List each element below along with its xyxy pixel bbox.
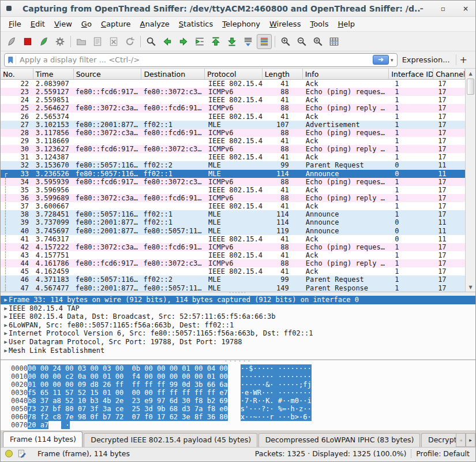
zoom-out-icon[interactable] <box>294 34 309 49</box>
column-header-info[interactable]: Info <box>303 69 389 79</box>
packet-row[interactable]: 313.124387IEEE 802.15.441Ack117 <box>1 153 465 161</box>
minimize-button[interactable]: – <box>420 5 423 12</box>
hex-row[interactable]: 0030f5 65 11 57 52 15 01 00 00 00 ff ff … <box>1 389 475 397</box>
packet-row[interactable]: 363.599689fe80::3072:c3a…fe80::fcd6:91…I… <box>1 194 465 202</box>
expression-button[interactable]: Expression... <box>402 55 450 64</box>
menu-item-file[interactable]: File <box>4 18 26 30</box>
detail-row[interactable]: ▶6LoWPAN, Src: fe80::5057:1165:f56a:663b… <box>1 321 475 330</box>
packet-row[interactable]: 252.564627fe80::3072:c3a…fe80::fcd6:91…I… <box>1 104 465 112</box>
hex-row[interactable]: 007020 a7 · <box>1 421 475 429</box>
column-header-destination[interactable]: Destination <box>141 69 205 79</box>
packet-row[interactable]: 222.083907IEEE 802.15.441Ack117 <box>1 80 465 88</box>
detail-row[interactable]: ▶Mesh Link Establishment <box>1 346 475 355</box>
packet-row[interactable]: 434.157751IEEE 802.15.441Ack117┆ <box>1 251 465 259</box>
add-filter-button[interactable]: + <box>456 54 471 65</box>
hex-row[interactable]: 0040b8 37 a8 52 10 b3 4b 2e 23 e9 97 6d … <box>1 397 475 405</box>
byte-view-tab[interactable]: Decrypted IEEE 802.15.4 payload (45 byte… <box>84 433 257 447</box>
scrollbar-up-icon[interactable]: ▲ <box>466 69 475 78</box>
expander-icon[interactable]: ▶ <box>1 304 9 313</box>
last-packet-icon[interactable] <box>224 34 239 49</box>
menu-item-go[interactable]: Go <box>77 18 96 30</box>
packet-row[interactable]: 373.600667IEEE 802.15.441Ack117┆ <box>1 202 465 210</box>
detail-row[interactable]: ▶User Datagram Protocol, Src Port: 19788… <box>1 338 475 346</box>
packet-row[interactable]: 413.746317IEEE 802.15.441Ack011┆ <box>1 235 465 243</box>
bookmark-icon[interactable] <box>7 55 16 65</box>
packet-row[interactable]: 232.559127fe80::fcd6:917…fe80::3072:c3…I… <box>1 88 465 96</box>
tab-scroll-left-icon[interactable]: ◂ <box>456 433 466 447</box>
packet-row[interactable]: 333.236526fe80::5057:116…ff02::1MLE114An… <box>1 170 465 178</box>
scrollbar-down-icon[interactable]: ▼ <box>466 282 475 292</box>
detail-row[interactable]: ▶IEEE 802.15.4 Data, Dst: Broadcast, Src… <box>1 312 475 321</box>
capture-stop-icon[interactable] <box>20 34 35 49</box>
menu-item-analyze[interactable]: Analyze <box>136 18 174 30</box>
column-header-no-[interactable]: No. <box>1 69 33 79</box>
packet-row[interactable]: 353.596956IEEE 802.15.441Ack117┆ <box>1 186 465 194</box>
colorize-icon[interactable] <box>257 34 272 49</box>
packet-row[interactable]: 454.162459IEEE 802.15.441Ack117┆ <box>1 267 465 275</box>
packet-row[interactable]: 464.371183fe80::5057:116…ff02::2MLE99Par… <box>1 275 465 284</box>
hex-row[interactable]: 002001 00 00 00 09 d8 26 ff ff ff ff 99 … <box>1 381 475 389</box>
capture-options-icon[interactable] <box>53 34 68 49</box>
packet-row[interactable]: 303.123627fe80::fcd6:917…fe80::3072:c3…I… <box>1 145 465 153</box>
packet-row[interactable]: 323.153670fe80::5057:116…ff02::2MLE99Par… <box>1 161 465 169</box>
column-header-length[interactable]: Length <box>263 69 303 79</box>
autoscroll-icon[interactable] <box>241 34 256 49</box>
packet-row[interactable]: 444.161786fe80::fcd6:917…fe80::3072:c3…I… <box>1 259 465 267</box>
detail-row[interactable]: ▶Internet Protocol Version 6, Src: fe80:… <box>1 329 475 338</box>
packet-row[interactable]: 403.745697fe80::2001:877…fe80::5057:11…M… <box>1 227 465 235</box>
scrollbar-thumb[interactable] <box>467 79 474 95</box>
detail-bytes-splitter[interactable]: ······ <box>224 360 252 364</box>
zoom-in-icon[interactable] <box>278 34 293 49</box>
column-header-source[interactable]: Source <box>74 69 142 79</box>
menu-item-help[interactable]: Help <box>333 18 359 30</box>
packet-row[interactable]: 262.565374IEEE 802.15.441Ack117 <box>1 113 465 121</box>
detail-row[interactable]: ▶IEEE 802.15.4 TAP <box>1 304 475 313</box>
menu-item-tools[interactable]: Tools <box>305 18 333 30</box>
packet-list-scrollbar[interactable]: ▲ ▼ <box>465 69 475 292</box>
capture-start-icon[interactable] <box>4 34 19 49</box>
save-file-icon[interactable] <box>90 34 105 49</box>
apply-filter-button[interactable]: ➜ <box>373 55 389 65</box>
column-header-protocol[interactable]: Protocol <box>205 69 263 79</box>
expander-icon[interactable]: ▶ <box>1 312 9 321</box>
expander-icon[interactable]: ▶ <box>1 321 9 330</box>
byte-view-tab[interactable]: Decompressed 6LoWPAN IPHC (83 bytes) <box>258 433 420 447</box>
column-header-channel[interactable]: Channel <box>433 69 465 79</box>
maximize-button[interactable]: ▫ <box>441 5 445 12</box>
expander-icon[interactable]: ▶ <box>1 296 9 304</box>
menu-item-edit[interactable]: Edit <box>26 18 50 30</box>
filter-history-caret-icon[interactable]: ▾ <box>389 57 395 63</box>
packet-row[interactable]: 283.117856fe80::3072:c3a…fe80::fcd6:91…I… <box>1 129 465 137</box>
hex-row[interactable]: 005073 27 bf 80 07 3f 3a ce 25 3d 9b 68 … <box>1 405 475 413</box>
close-button[interactable]: × <box>463 5 468 12</box>
hex-row[interactable]: 000000 00 24 00 03 00 03 00 0b 00 00 00 … <box>1 364 475 372</box>
next-packet-icon[interactable] <box>176 34 191 49</box>
column-header-interface-id[interactable]: Interface ID <box>389 69 433 79</box>
find-packet-icon[interactable] <box>144 34 159 49</box>
packet-row[interactable]: 343.595939fe80::fcd6:917…fe80::3072:c3…I… <box>1 178 465 186</box>
menu-item-wireless[interactable]: Wireless <box>265 18 305 30</box>
hex-row[interactable]: 001000 00 00 c2 0a 00 01 00 f4 00 00 00 … <box>1 372 475 381</box>
hex-row[interactable]: 006078 f2 c8 7e 98 0f b7 72 07 f0 17 62 … <box>1 413 475 421</box>
status-profile[interactable]: Profile: Default <box>416 449 470 458</box>
capture-restart-icon[interactable] <box>36 34 51 49</box>
expander-icon[interactable]: ▶ <box>1 338 9 346</box>
menu-item-statistics[interactable]: Statistics <box>174 18 218 30</box>
tab-scroll-right-icon[interactable]: ▸ <box>466 433 475 447</box>
list-detail-splitter[interactable]: ······ <box>1 292 475 295</box>
previous-packet-icon[interactable] <box>160 34 175 49</box>
detail-row[interactable]: ▶Frame 33: 114 bytes on wire (912 bits),… <box>1 296 475 304</box>
byte-view-tab[interactable]: Frame (114 bytes) <box>3 431 83 447</box>
first-packet-icon[interactable] <box>208 34 223 49</box>
menu-item-capture[interactable]: Capture <box>96 18 136 30</box>
zoom-original-icon[interactable] <box>310 34 325 49</box>
column-header-time[interactable]: Time <box>33 69 74 79</box>
menu-item-telephony[interactable]: Telephony <box>218 18 265 30</box>
expander-icon[interactable]: ▶ <box>1 329 9 338</box>
packet-row[interactable]: 293.118669IEEE 802.15.441Ack117 <box>1 137 465 145</box>
menu-item-view[interactable]: View <box>50 18 77 30</box>
reload-icon[interactable] <box>122 34 137 49</box>
packet-row[interactable]: 383.728451fe80::5057:116…ff02::1MLE114An… <box>1 210 465 218</box>
packet-row[interactable]: 393.737099fe80::2001:877…ff02::1MLE114An… <box>1 218 465 226</box>
capture-comment-icon[interactable] <box>17 449 26 458</box>
